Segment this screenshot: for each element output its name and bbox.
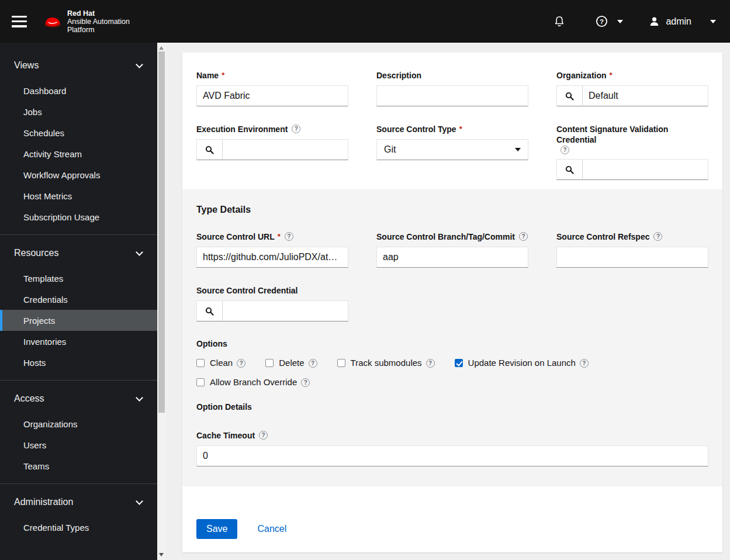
help-icon[interactable]: ?	[519, 232, 528, 241]
content-signature-input[interactable]	[582, 159, 708, 180]
bell-icon	[553, 15, 565, 28]
source-control-branch-input[interactable]	[376, 247, 528, 268]
help-icon[interactable]: ?	[301, 378, 310, 387]
select-value: Git	[384, 144, 396, 155]
hamburger-menu-icon[interactable]	[12, 16, 27, 27]
question-circle-icon: ?	[596, 15, 608, 27]
source-control-credential-search-button[interactable]	[196, 300, 222, 322]
checkbox-allow-branch-override[interactable]: Allow Branch Override ?	[196, 377, 310, 387]
source-control-credential-input[interactable]	[222, 300, 348, 322]
sidebar-item-schedules[interactable]: Schedules	[0, 122, 157, 143]
source-control-type-select[interactable]: Git	[376, 139, 528, 160]
chevron-down-icon	[710, 20, 716, 23]
caret-down-icon	[515, 148, 521, 151]
help-menu-button[interactable]: ?	[596, 15, 623, 27]
brand-product-line2: Platform	[67, 26, 130, 34]
sidebar-item-teams[interactable]: Teams	[0, 455, 157, 476]
user-menu-button[interactable]: admin	[649, 16, 716, 27]
chevron-down-icon	[617, 20, 623, 23]
field-name: Name *	[196, 70, 348, 106]
scroll-down-arrow-icon[interactable]	[159, 553, 164, 556]
checkbox-delete[interactable]: Delete ?	[265, 358, 317, 368]
field-source-control-type: Source Control Type * Git	[376, 124, 528, 180]
sidebar-item-subscription-usage[interactable]: Subscription Usage	[0, 206, 157, 227]
search-icon	[205, 146, 214, 154]
field-source-control-url: Source Control URL * ?	[196, 231, 348, 268]
source-control-refspec-input[interactable]	[556, 247, 708, 268]
sidebar-item-hosts[interactable]: Hosts	[0, 352, 157, 373]
required-asterisk: *	[222, 70, 224, 81]
form-section-general: Name * Description Organization	[182, 53, 722, 189]
cache-timeout-input[interactable]	[196, 445, 708, 466]
chevron-down-icon	[136, 497, 143, 505]
scrollbar-thumb[interactable]	[158, 51, 165, 413]
help-icon[interactable]: ?	[426, 359, 435, 368]
checkbox-box[interactable]	[337, 359, 345, 367]
chevron-down-icon	[136, 61, 143, 68]
options-checkbox-row-1: Clean ? Delete ? Track submodules ?	[196, 358, 708, 368]
help-icon[interactable]: ?	[259, 431, 268, 440]
main-content: Name * Description Organization	[166, 43, 730, 560]
sidebar-item-inventories[interactable]: Inventories	[0, 331, 157, 352]
name-label: Name	[196, 70, 219, 81]
checkbox-box[interactable]	[265, 359, 274, 367]
sidebar-item-projects[interactable]: Projects	[0, 310, 157, 331]
help-icon[interactable]: ?	[309, 359, 317, 368]
sidebar-item-workflow-approvals[interactable]: Workflow Approvals	[0, 164, 157, 185]
svg-text:?: ?	[600, 18, 604, 25]
user-icon	[649, 16, 660, 27]
masthead: Red Hat Ansible Automation Platform ?	[0, 0, 730, 43]
content-signature-search-button[interactable]	[556, 159, 582, 180]
execution-environment-label: Execution Environment	[196, 124, 288, 134]
checkbox-box[interactable]	[196, 359, 205, 367]
help-icon[interactable]: ?	[653, 232, 662, 241]
checkbox-clean[interactable]: Clean ?	[196, 358, 245, 368]
cancel-button[interactable]: Cancel	[257, 524, 286, 534]
sidebar-scrollbar[interactable]	[157, 43, 166, 560]
help-icon[interactable]: ?	[285, 232, 293, 241]
sidebar-item-activity-stream[interactable]: Activity Stream	[0, 143, 157, 164]
notifications-button[interactable]	[553, 15, 565, 28]
nav-section-access: Access Organizations Users Teams	[0, 380, 157, 483]
help-icon[interactable]: ?	[237, 359, 245, 368]
checkbox-track-submodules[interactable]: Track submodules ?	[337, 358, 435, 368]
name-input[interactable]	[196, 85, 348, 106]
execution-environment-input[interactable]	[222, 139, 348, 160]
organization-label: Organization	[556, 70, 607, 81]
sidebar-item-credentials[interactable]: Credentials	[0, 289, 157, 310]
brand-logo: Red Hat Ansible Automation Platform	[43, 9, 130, 34]
checkbox-box[interactable]	[455, 359, 463, 367]
options-checkbox-row-2: Allow Branch Override ?	[196, 377, 708, 387]
search-icon	[205, 307, 214, 316]
organization-search-button[interactable]	[556, 85, 582, 106]
source-control-credential-label: Source Control Credential	[196, 285, 297, 296]
content-signature-label: Content Signature Validation Credential	[556, 124, 708, 145]
sidebar-item-host-metrics[interactable]: Host Metrics	[0, 185, 157, 206]
sidebar-item-dashboard[interactable]: Dashboard	[0, 80, 157, 101]
sidebar-item-templates[interactable]: Templates	[0, 268, 157, 289]
help-icon[interactable]: ?	[292, 125, 300, 133]
checkbox-update-revision-on-launch[interactable]: Update Revision on Launch ?	[455, 358, 589, 368]
chevron-down-icon	[136, 394, 143, 402]
field-cache-timeout: Cache Timeout ?	[196, 430, 708, 466]
help-icon[interactable]: ?	[580, 359, 589, 368]
scroll-up-arrow-icon[interactable]	[159, 46, 164, 50]
nav-section-toggle-administration[interactable]: Administration	[0, 484, 157, 517]
sidebar-item-credential-types[interactable]: Credential Types	[0, 517, 157, 538]
execution-environment-search-button[interactable]	[196, 139, 222, 160]
nav-section-toggle-views[interactable]: Views	[0, 47, 157, 80]
nav-section-title: Views	[14, 60, 39, 71]
red-hat-logo-icon	[43, 15, 62, 28]
checkbox-box[interactable]	[196, 378, 205, 386]
description-input[interactable]	[376, 85, 528, 106]
sidebar-item-users[interactable]: Users	[0, 434, 157, 455]
nav-section-toggle-resources[interactable]: Resources	[0, 235, 157, 268]
sidebar-item-organizations[interactable]: Organizations	[0, 413, 157, 434]
nav-section-toggle-access[interactable]: Access	[0, 381, 157, 413]
source-control-url-input[interactable]	[196, 247, 348, 268]
sidebar-item-jobs[interactable]: Jobs	[0, 101, 157, 122]
organization-input[interactable]	[582, 85, 708, 106]
save-button[interactable]: Save	[196, 519, 237, 539]
brand-text: Red Hat Ansible Automation Platform	[67, 9, 130, 34]
help-icon[interactable]: ?	[561, 146, 569, 154]
